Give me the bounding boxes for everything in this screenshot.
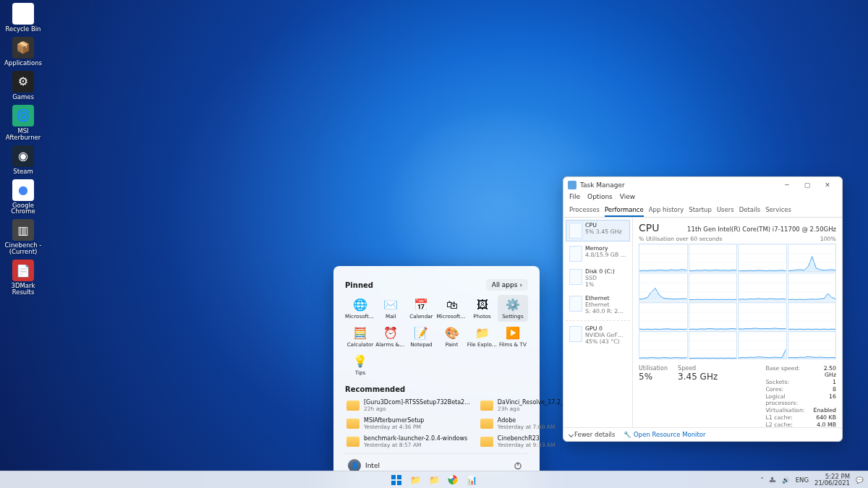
date-label: 21/06/2021 <box>814 480 850 487</box>
sidebar-item-cpu[interactable]: CPU5% 3.45 GHz <box>566 220 630 241</box>
desktop-icon-label: Applications <box>4 60 42 67</box>
taskbar-explorer-button[interactable]: 📁 <box>407 473 423 487</box>
kv-key: L1 cache: <box>765 414 805 421</box>
recommended-item[interactable]: MSIAfterburnerSetupYesterday at 4:36 PM <box>345 416 472 432</box>
maximize-button[interactable]: ▢ <box>797 178 817 192</box>
tab-performance[interactable]: Performance <box>605 205 644 217</box>
cpu-core-chart-10 <box>738 302 787 330</box>
sidebar-item-ethernet[interactable]: EthernetEthernetS: 40.0 R: 216 Kbps <box>566 293 630 318</box>
recommended-item[interactable]: benchmark-launcher-2.0.4-windowsYesterda… <box>345 434 472 450</box>
paint-icon: 🎨 <box>445 325 459 340</box>
recommended-item[interactable]: [Guru3Dcom]-RTSSSetup732Beta2...22h ago <box>345 398 472 414</box>
cpu-core-chart-9 <box>689 302 738 330</box>
recommended-sub: 22h ago <box>364 406 470 412</box>
sidebar-item-sub: 4.8/15.9 GB (30%) <box>585 252 626 259</box>
tab-details[interactable]: Details <box>739 205 760 217</box>
menu-options[interactable]: Options <box>587 193 613 203</box>
taskmgr-app-icon <box>568 181 576 189</box>
kv-value: 1 <box>812 379 836 385</box>
pinned-explorer[interactable]: 📁File Explorer <box>467 323 498 350</box>
mini-chart-icon <box>569 326 582 342</box>
cpu-details-block: Base speed:2.50 GHzSockets:1Cores:8Logic… <box>765 365 836 427</box>
recommended-title: MSIAfterburnerSetup <box>364 417 424 424</box>
tab-startup[interactable]: Startup <box>689 205 712 217</box>
close-button[interactable]: ✕ <box>817 178 838 192</box>
minimize-button[interactable]: ─ <box>777 178 797 192</box>
volume-icon[interactable]: 🔊 <box>782 476 790 484</box>
cpu-core-chart-4 <box>639 273 688 301</box>
sidebar-item-disk0[interactable]: Disk 0 (C:)SSD1% <box>566 266 630 291</box>
folder-icon <box>480 437 493 447</box>
pinned-tips[interactable]: 💡Tips <box>345 351 375 378</box>
pinned-label: Films & TV <box>499 341 527 348</box>
folder-icon <box>480 419 493 429</box>
kv-value: 16 <box>812 393 836 406</box>
pinned-label: Tips <box>355 369 365 376</box>
menu-view[interactable]: View <box>620 193 635 203</box>
kv-key: L2 cache: <box>765 421 805 427</box>
svg-rect-20 <box>391 481 396 485</box>
taskmgr-footer: Fewer details 🔧 Open Resource Monitor <box>563 427 842 441</box>
svg-rect-21 <box>397 481 401 485</box>
cpu-core-chart-12 <box>639 331 688 359</box>
pinned-calendar[interactable]: 📅Calendar <box>406 295 436 322</box>
menu-file[interactable]: File <box>569 193 580 203</box>
msi-afterburner-icon: 🌀 <box>12 105 34 127</box>
tab-processes[interactable]: Processes <box>569 205 600 217</box>
mail-icon: ✉️ <box>383 297 398 312</box>
pinned-edge[interactable]: 🌐Microsoft Edge <box>345 295 375 322</box>
pinned-mail[interactable]: ✉️Mail <box>375 295 406 322</box>
applications-icon: 📦 <box>12 37 34 59</box>
pinned-films[interactable]: ▶️Films & TV <box>498 323 528 350</box>
pinned-settings[interactable]: ⚙️Settings <box>498 295 528 322</box>
tips-icon: 💡 <box>353 354 367 368</box>
network-icon[interactable]: 🖧 <box>770 476 776 484</box>
google-chrome-icon: ● <box>12 179 34 201</box>
pinned-store[interactable]: 🛍Microsoft Store <box>437 295 467 322</box>
desktop-icon-msi-afterburner[interactable]: 🌀MSI Afterburner <box>3 105 43 141</box>
sidebar-item-gpu0[interactable]: GPU 0NVIDIA GeForce RTX ...45% (43 °C) <box>566 323 630 348</box>
desktop-icon-applications[interactable]: 📦Applications <box>3 37 43 67</box>
desktop-icon-cinebench[interactable]: ▥Cinebench - (Current) <box>3 219 43 255</box>
folder-icon <box>346 401 359 411</box>
desktop-icon-label: Recycle Bin <box>5 26 41 33</box>
chart-left-label: % Utilisation over 60 seconds <box>639 236 723 242</box>
kv-value: 8 <box>812 386 836 393</box>
pinned-photos[interactable]: 🖼Photos <box>467 295 498 322</box>
taskbar-explorer-button-2[interactable]: 📁 <box>426 473 442 487</box>
start-button[interactable] <box>388 473 404 487</box>
all-apps-button[interactable]: All apps › <box>486 279 528 291</box>
desktop-icon-3dmark-results[interactable]: 📄3DMark Results <box>3 260 43 296</box>
sidebar-item-memory[interactable]: Memory4.8/15.9 GB (30%) <box>566 243 630 265</box>
taskbar-chrome-button[interactable] <box>445 473 461 487</box>
sidebar-item-name: Disk 0 (C:) <box>585 269 615 275</box>
cpu-stats-grid: Utilisation 5% Speed 3.45 GHz Base speed… <box>639 365 836 427</box>
sidebar-item-sub2: S: 40.0 R: 216 Kbps <box>585 309 626 315</box>
desktop-icon-label: Cinebench - (Current) <box>3 242 43 255</box>
tab-services[interactable]: Services <box>765 205 791 217</box>
utilization-value: 5% <box>639 372 668 382</box>
pinned-paint[interactable]: 🎨Paint <box>437 323 467 350</box>
taskbar-clock[interactable]: 5:22 PM 21/06/2021 <box>814 474 850 487</box>
pinned-alarms[interactable]: ⏰Alarms & Clock <box>375 323 406 350</box>
desktop-icon-recycle-bin[interactable]: 🗑Recycle Bin <box>3 3 43 33</box>
speed-label: Speed <box>678 365 718 372</box>
desktop-icon-google-chrome[interactable]: ●Google Chrome <box>3 179 43 215</box>
fewer-details-toggle[interactable]: Fewer details <box>569 431 615 438</box>
kv-key: Base speed: <box>765 365 805 378</box>
notifications-icon[interactable]: 💬 <box>856 476 864 484</box>
pinned-label: Microsoft Edge <box>345 313 375 320</box>
pinned-notepad[interactable]: 📝Notepad <box>406 323 436 350</box>
desktop-icon-games[interactable]: ⚙Games <box>3 71 43 100</box>
pinned-calculator[interactable]: 🧮Calculator <box>345 323 375 350</box>
kv-value: 4.0 MB <box>812 421 836 427</box>
recommended-title: CinebenchR23 <box>498 435 556 442</box>
desktop-icon-steam[interactable]: ◉Steam <box>3 145 43 175</box>
open-resource-monitor-link[interactable]: 🔧 Open Resource Monitor <box>624 431 705 438</box>
taskbar-taskmgr-button[interactable]: 📊 <box>464 473 480 487</box>
tray-chevron-icon[interactable]: ˄ <box>760 476 763 484</box>
titlebar[interactable]: Task Manager ─ ▢ ✕ <box>563 177 842 193</box>
language-indicator[interactable]: ENG <box>796 476 809 484</box>
tab-users[interactable]: Users <box>717 205 734 217</box>
tab-app-history[interactable]: App history <box>649 205 684 217</box>
